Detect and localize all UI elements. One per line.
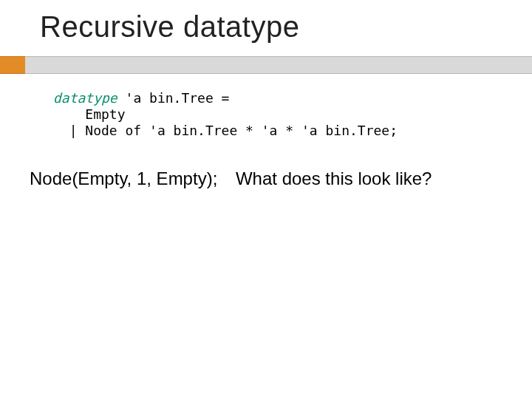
- example-line: Node(Empty, 1, Empty); What does this lo…: [30, 168, 432, 189]
- code-line-2: Empty: [53, 106, 126, 122]
- slide-title: Recursive datatype: [40, 10, 299, 44]
- code-line-1-rest: 'a bin.Tree =: [117, 90, 230, 106]
- example-question: What does this look like?: [236, 168, 432, 188]
- accent-chip: [0, 56, 25, 74]
- example-expression: Node(Empty, 1, Empty);: [30, 168, 217, 188]
- slide: Recursive datatype datatype 'a bin.Tree …: [0, 0, 532, 399]
- code-block: datatype 'a bin.Tree = Empty | Node of '…: [53, 90, 398, 139]
- code-line-3: | Node of 'a bin.Tree * 'a * 'a bin.Tree…: [53, 123, 398, 138]
- title-underline-bar: [0, 56, 532, 74]
- code-keyword: datatype: [53, 90, 117, 106]
